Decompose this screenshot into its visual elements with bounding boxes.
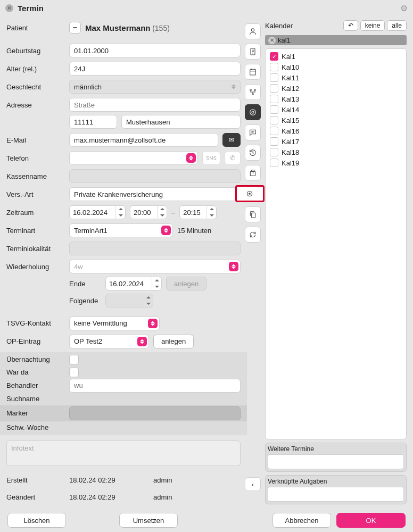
date-stepper[interactable]: 16.02.2024 <box>69 205 126 219</box>
behandler-input[interactable] <box>69 379 241 393</box>
svg-point-13 <box>252 111 254 113</box>
chat-icon[interactable] <box>245 124 261 140</box>
register-icon[interactable] <box>245 165 261 181</box>
strasse-input[interactable] <box>69 98 241 112</box>
calendar-checkbox[interactable] <box>270 84 278 93</box>
folgende-stepper[interactable] <box>105 294 153 307</box>
marker-input[interactable] <box>69 406 241 420</box>
ende-date-stepper[interactable]: 16.02.2024 <box>105 277 162 290</box>
collapse-icon[interactable]: ‹ <box>245 477 261 491</box>
calendar-item[interactable]: Kal11 <box>268 72 404 83</box>
remove-selected-icon[interactable]: ✕ <box>268 37 276 44</box>
phone-icon[interactable]: ✆ <box>225 151 241 165</box>
ort-input[interactable] <box>121 115 241 129</box>
label-terminart: Terminart <box>6 227 65 235</box>
label-email: E-Mail <box>6 136 65 144</box>
calendar-item[interactable]: Kal12 <box>268 83 404 94</box>
history-icon[interactable] <box>245 145 261 161</box>
document-icon[interactable] <box>245 44 261 60</box>
calendar-item-label: Kal11 <box>282 74 299 82</box>
calendar-checkbox[interactable] <box>270 137 278 146</box>
alter-input[interactable] <box>69 62 241 76</box>
terminart-select[interactable]: TerminArt1 <box>69 223 173 237</box>
abbrechen-button[interactable]: Abbrechen <box>272 513 331 528</box>
sms-button[interactable]: SMS <box>202 151 220 165</box>
umsetzen-button[interactable]: Umsetzen <box>119 513 178 528</box>
end-time-stepper[interactable]: 20:15 <box>179 205 217 219</box>
gear-icon[interactable]: ⚙ <box>400 3 408 13</box>
label-erstellt: Erstellt <box>6 476 65 484</box>
tsvg-select[interactable]: keine Vermittlung <box>69 317 160 330</box>
svg-point-0 <box>251 29 254 31</box>
ok-button[interactable]: OK <box>336 513 406 528</box>
geburtstag-input[interactable] <box>69 44 241 57</box>
calendar-checkbox[interactable] <box>270 95 278 103</box>
form-panel: Patient − Max Mustermann (155) Geburtsta… <box>6 20 241 504</box>
calendar-item[interactable]: Kal19 <box>268 157 404 168</box>
wiederholung-select[interactable]: 4w <box>69 260 241 273</box>
calendar-item[interactable]: Kal14 <box>268 104 404 115</box>
refresh-icon[interactable] <box>245 227 261 243</box>
all-button[interactable]: alle <box>387 20 407 31</box>
weitere-termine-body[interactable] <box>268 454 404 469</box>
highlighted-icon[interactable] <box>235 185 265 202</box>
svg-rect-17 <box>251 170 254 172</box>
none-button[interactable]: keine <box>360 20 385 31</box>
calendar-checkbox[interactable] <box>270 73 278 82</box>
label-behandler: Behandler <box>6 381 65 389</box>
erstellt-date: 18.02.24 02:29 <box>69 476 149 484</box>
selected-calendar-row[interactable]: ✕ kal1 <box>265 35 407 45</box>
close-icon[interactable]: ✕ <box>5 4 13 12</box>
calendar-checkbox[interactable] <box>270 127 278 135</box>
calendar-item[interactable]: Kal10 <box>268 62 404 72</box>
flow-icon[interactable] <box>245 84 261 100</box>
calendar-checkbox[interactable] <box>270 159 278 167</box>
label-alter: Alter (rel.) <box>6 65 65 73</box>
infotext-textarea[interactable]: Infotext <box>6 440 241 466</box>
label-tsvg: TSVG-Kontakt <box>6 319 65 327</box>
telefon-select[interactable] <box>69 151 198 165</box>
geaendert-user: admin <box>153 493 172 501</box>
calendar-checkbox[interactable] <box>270 52 278 61</box>
calendar-checkbox[interactable] <box>270 116 278 124</box>
label-zeitraum: Zeitraum <box>6 209 65 217</box>
geschlecht-select[interactable]: männlich <box>69 80 241 94</box>
terminlokalitaet-input[interactable] <box>69 242 241 255</box>
person-icon[interactable] <box>245 23 261 39</box>
undo-button[interactable]: ↶ <box>343 20 358 31</box>
calendar-item[interactable]: Kal1 <box>268 51 404 62</box>
copy-icon[interactable] <box>245 206 261 222</box>
aufgaben-body[interactable] <box>268 487 404 502</box>
email-input[interactable] <box>69 133 218 147</box>
loeschen-button[interactable]: Löschen <box>7 513 66 528</box>
calendar-item[interactable]: Kal16 <box>268 126 404 136</box>
calendar-icon[interactable] <box>245 64 261 80</box>
calendar-item[interactable]: Kal15 <box>268 115 404 126</box>
plz-input[interactable] <box>69 115 117 129</box>
calendar-checkbox[interactable] <box>270 105 278 114</box>
remove-patient-button[interactable]: − <box>69 22 81 34</box>
start-time-stepper[interactable]: 20:00 <box>130 205 167 219</box>
label-marker: Marker <box>6 409 65 417</box>
calendar-list[interactable]: Kal1Kal10Kal11Kal12Kal13Kal14Kal15Kal16K… <box>265 48 407 439</box>
anlegen-button-1[interactable]: anlegen <box>166 277 206 290</box>
weitere-termine-panel: Weitere Termine <box>265 443 407 472</box>
mail-icon[interactable]: ✉ <box>222 133 241 147</box>
calendar-item-label: Kal10 <box>282 63 299 71</box>
svg-point-9 <box>250 89 252 91</box>
warda-checkbox[interactable] <box>69 368 79 377</box>
calendar-item[interactable]: Kal17 <box>268 136 404 147</box>
op-select[interactable]: OP Test2 <box>69 335 149 348</box>
target-icon[interactable] <box>245 104 261 120</box>
calendar-checkbox[interactable] <box>270 148 278 156</box>
titlebar: ✕ Termin ⚙ <box>0 0 413 16</box>
kassenname-input[interactable] <box>69 169 241 183</box>
calendar-item-label: Kal17 <box>282 138 299 146</box>
calendar-item[interactable]: Kal13 <box>268 94 404 104</box>
uebernachtung-checkbox[interactable] <box>69 355 79 364</box>
anlegen-button-2[interactable]: anlegen <box>153 335 194 348</box>
calendar-item[interactable]: Kal18 <box>268 147 404 157</box>
versart-input[interactable] <box>69 187 241 201</box>
label-uebernachtung: Übernachtung <box>6 355 65 363</box>
calendar-checkbox[interactable] <box>270 63 278 71</box>
